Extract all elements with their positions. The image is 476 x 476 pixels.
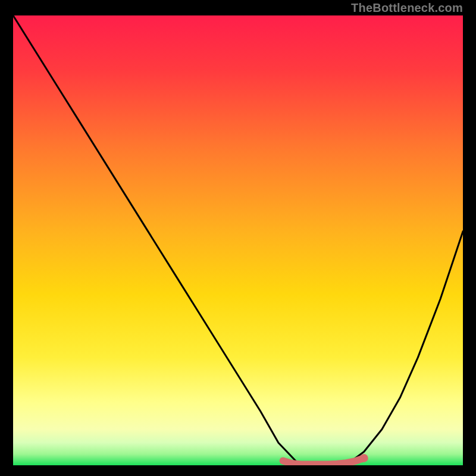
chart-frame	[12, 14, 464, 466]
bottleneck-chart	[13, 15, 463, 465]
optimal-point-marker	[360, 454, 368, 462]
gradient-background	[13, 15, 463, 465]
watermark-text: TheBottleneck.com	[351, 1, 463, 15]
